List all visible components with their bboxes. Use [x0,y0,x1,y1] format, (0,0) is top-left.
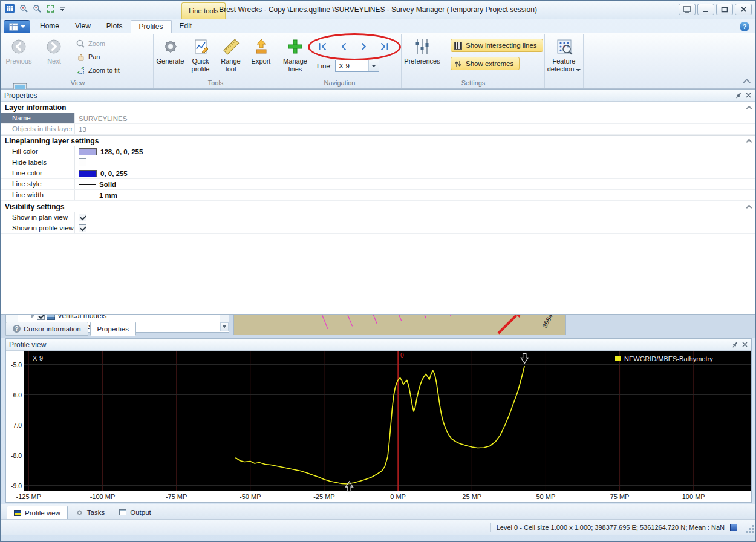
property-row[interactable]: Fill color128, 0, 0, 255 [1,146,755,157]
ribbon-group-feature-detection: Feature detection [545,34,584,88]
show-intersecting-lines-toggle[interactable]: Show intersecting lines [451,39,543,52]
property-value[interactable]: Solid [75,179,755,189]
range-tool-button[interactable]: Range tool [216,35,246,77]
checkbox[interactable] [79,214,86,221]
next-line-button[interactable] [356,39,372,54]
zoom-in-icon[interactable] [19,4,28,13]
section-header[interactable]: Layer information [1,102,755,113]
profile-chart[interactable]: 0-125 MP-100 MP-75 MP-50 MP-25 MP0 MP25 … [6,351,751,502]
property-row[interactable]: NameSURVEYLINES [1,113,755,124]
ribbon-collapse-icon[interactable] [743,79,751,87]
preferences-button[interactable]: Preferences [402,35,442,77]
previous-button[interactable]: Previous [2,35,35,77]
close-icon[interactable] [745,92,752,99]
property-value[interactable]: 128, 0, 0, 255 [75,146,755,157]
property-label: Hide labels [1,157,75,168]
intersecting-lines-icon [454,42,462,50]
show-extremes-toggle[interactable]: Show extremes [451,57,520,70]
property-row[interactable]: Show in plan view [1,212,755,223]
property-value[interactable]: 13 [75,124,755,134]
quick-profile-icon [191,37,210,56]
last-line-button[interactable] [376,39,393,54]
close-button[interactable] [735,4,752,15]
x-axis-tick-label: 50 MP [536,493,556,500]
maximize-button[interactable] [716,4,733,15]
chevron-down-icon [371,65,376,67]
app-icon[interactable] [4,3,15,14]
property-value[interactable] [75,157,755,168]
zoom-to-fit-button[interactable]: Zoom to fit [73,64,123,76]
quick-profile-button[interactable]: Quick profile [186,35,216,77]
pin-icon[interactable] [735,92,742,99]
property-value[interactable] [75,223,755,233]
property-row[interactable]: Show in profile view [1,223,755,234]
manage-lines-button[interactable]: Manage lines [278,35,312,77]
property-row[interactable]: Line width1 mm [1,190,755,201]
checkbox[interactable] [79,224,86,232]
tab-output[interactable]: Output [112,506,158,519]
properties-title: Properties [4,91,37,100]
tab-cursor-information[interactable]: ? Cursor information [5,322,88,336]
status-text: Level 0 - Cell size 1.000 x 1.000; 39837… [497,524,725,531]
line-combo-label: Line: [317,62,332,70]
sliders-icon [412,37,432,56]
property-row[interactable]: Line color0, 0, 255 [1,168,755,179]
tab-home[interactable]: Home [32,20,67,33]
file-menu-button[interactable] [4,20,30,33]
property-value[interactable] [75,212,755,223]
line-combobox[interactable]: X-9 [335,60,379,72]
profile-view-title: Profile view [9,341,46,349]
property-row[interactable]: Line styleSolid [1,179,755,190]
presentation-mode-button[interactable] [679,4,696,15]
tab-plots[interactable]: Plots [99,20,131,33]
property-value[interactable]: 1 mm [75,190,755,200]
group-label-view: View [2,79,153,87]
profile-line-name-label: X-9 [33,354,43,362]
contextual-tab-line-tools[interactable]: Line tools [181,2,226,19]
next-button[interactable]: Next [37,35,70,77]
chart-plot-area[interactable] [24,351,751,491]
pin-icon[interactable] [732,341,738,348]
zoom-button[interactable]: Zoom [73,38,123,49]
scroll-down-button[interactable] [220,322,229,331]
close-icon[interactable] [741,341,748,348]
legend-label: NEWGRID/MBES-Bathymetry [624,355,713,362]
resize-grip[interactable] [745,524,754,533]
tab-profile-view[interactable]: Profile view [7,506,68,519]
tab-properties[interactable]: Properties [90,322,136,336]
section-title: Visibility settings [5,203,64,211]
export-button[interactable]: Export [246,35,276,77]
pan-button[interactable]: Pan [73,51,123,62]
help-icon[interactable]: ? [740,22,749,31]
minimize-button[interactable] [697,4,714,15]
tab-tasks[interactable]: Tasks [69,506,111,519]
property-value[interactable]: 0, 0, 255 [75,168,755,178]
tab-profiles[interactable]: Profiles [131,20,172,33]
checkbox[interactable] [79,158,86,166]
zoom-out-icon[interactable] [33,4,42,13]
combobox-dropdown-button[interactable] [368,60,379,71]
property-value-text: 1 mm [99,192,117,199]
generate-button[interactable]: Generate [155,35,186,77]
chevron-down-icon [576,69,581,71]
section-header[interactable]: Lineplanning layer settings [1,135,755,146]
fit-view-icon[interactable] [46,4,55,13]
first-line-button[interactable] [314,39,331,54]
previous-label: Previous [6,57,32,65]
section-header[interactable]: Visibility settings [1,201,755,212]
property-row[interactable]: Hide labels [1,157,755,168]
export-icon [252,37,271,56]
export-label: Export [252,57,271,65]
properties-panel: Properties Layer informationNameSURVEYLI… [1,89,178,334]
property-label: Line width [1,190,75,200]
ribbon-group-settings: Preferences Show intersecting lines Show… [402,34,545,88]
property-label: Line style [1,179,75,189]
x-axis-tick-label: 25 MP [462,493,481,500]
tab-view[interactable]: View [67,20,99,33]
tab-edit[interactable]: Edit [172,20,200,33]
previous-line-button[interactable] [335,39,351,54]
property-row[interactable]: Objects in this layer13 [1,124,755,135]
feature-detection-button[interactable]: Feature detection [546,35,583,77]
property-value[interactable]: SURVEYLINES [75,113,755,123]
toolbar-options-icon[interactable] [59,5,65,11]
